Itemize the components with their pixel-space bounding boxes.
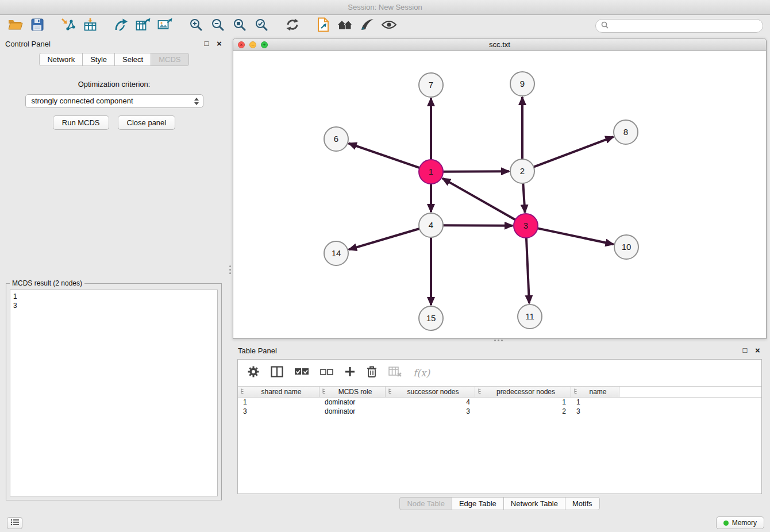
zoom-window-icon[interactable]: + — [261, 41, 268, 48]
result-line: 1 — [13, 292, 214, 301]
table-cell: 1 — [475, 398, 571, 407]
add-column-button[interactable] — [345, 367, 355, 379]
vertical-splitter-handle[interactable] — [229, 265, 231, 267]
node-6[interactable]: 6 — [324, 127, 348, 151]
edge-3-11[interactable] — [526, 238, 529, 303]
node-15[interactable]: 15 — [419, 306, 443, 330]
export-image-button[interactable] — [154, 17, 176, 34]
network-window-title: scc.txt — [489, 40, 510, 49]
unselect-all-button[interactable] — [320, 368, 334, 378]
style-brush-button[interactable] — [356, 17, 378, 34]
window-title: Session: New Session — [348, 3, 422, 11]
column-header-predecessor-nodes[interactable]: predecessor nodes — [475, 387, 571, 397]
export-table-button[interactable] — [132, 17, 154, 34]
edge-2-3[interactable] — [523, 183, 525, 213]
table-cell: dominator — [319, 398, 386, 407]
zoom-in-icon — [189, 18, 203, 34]
eye-icon — [382, 20, 396, 32]
column-header-shared-name[interactable]: shared name — [238, 387, 319, 397]
edge-3-1[interactable] — [442, 178, 515, 219]
table-cell: 1 — [238, 398, 319, 407]
table-row[interactable]: 3dominator323 — [238, 407, 761, 416]
node-label: 6 — [334, 134, 338, 144]
node-label: 9 — [520, 79, 525, 88]
node-11[interactable]: 11 — [518, 304, 542, 329]
zoom-out-button[interactable] — [207, 17, 229, 34]
mcds-result-box: MCDS result (2 nodes) 1 3 — [6, 283, 222, 500]
sort-icon — [322, 388, 328, 396]
float-panel-icon[interactable]: □ — [203, 39, 210, 48]
memory-button[interactable]: Memory — [716, 516, 764, 529]
window-titlebar[interactable]: Session: New Session — [0, 0, 770, 15]
network-canvas[interactable]: 1234678910111415 — [233, 52, 766, 338]
delete-table-button[interactable] — [388, 366, 402, 380]
node-2[interactable]: 2 — [510, 159, 534, 183]
float-table-panel-icon[interactable]: □ — [741, 346, 749, 354]
zoom-selected-button[interactable] — [251, 17, 272, 34]
network-graph[interactable]: 1234678910111415 — [233, 52, 766, 338]
table-cell: 2 — [475, 407, 571, 416]
show-hide-button[interactable] — [378, 17, 400, 34]
edge-1-6[interactable] — [349, 144, 419, 168]
delete-column-button[interactable] — [366, 365, 378, 380]
close-window-icon[interactable]: × — [238, 41, 245, 48]
apply-layout-button[interactable] — [282, 17, 303, 34]
criterion-dropdown[interactable]: strongly connected component — [25, 94, 203, 108]
close-panel-button[interactable]: Close panel — [118, 115, 176, 130]
tab-select[interactable]: Select — [114, 53, 151, 66]
table-cell: 3 — [238, 407, 319, 416]
tab-network[interactable]: Network — [39, 53, 83, 66]
tab-edge-table[interactable]: Edge Table — [452, 497, 504, 510]
save-icon — [31, 18, 44, 33]
zoom-in-button[interactable] — [185, 17, 207, 34]
column-header-MCDS-role[interactable]: MCDS role — [319, 387, 386, 397]
export-network-button[interactable] — [110, 17, 132, 34]
function-builder-button[interactable]: f(x) — [413, 367, 430, 379]
node-9[interactable]: 9 — [510, 72, 534, 96]
node-3[interactable]: 3 — [514, 214, 538, 238]
edge-2-8[interactable] — [534, 137, 614, 167]
node-4[interactable]: 4 — [419, 213, 443, 237]
tab-network-table[interactable]: Network Table — [503, 497, 565, 510]
import-table-button[interactable] — [79, 17, 101, 34]
horizontal-splitter-handle[interactable] — [494, 340, 496, 341]
tab-style[interactable]: Style — [82, 53, 115, 66]
table-row[interactable]: 1dominator411 — [238, 398, 761, 407]
network-window-titlebar[interactable]: × – + scc.txt — [233, 38, 766, 51]
close-panel-icon[interactable]: × — [215, 38, 223, 48]
node-7[interactable]: 7 — [419, 73, 443, 97]
column-header-successor-nodes[interactable]: successor nodes — [386, 387, 475, 397]
search-input[interactable] — [611, 22, 757, 30]
table-panel-title: Table Panel — [238, 346, 277, 355]
import-network-button[interactable] — [57, 17, 79, 34]
edge-3-10[interactable] — [538, 228, 614, 244]
show-columns-button[interactable] — [271, 366, 283, 380]
table-body: 1dominator4113dominator323 — [238, 398, 761, 416]
home-icon — [337, 18, 353, 33]
tab-motifs[interactable]: Motifs — [565, 497, 600, 510]
close-table-panel-icon[interactable]: × — [754, 345, 761, 355]
open-session-button[interactable] — [5, 17, 26, 34]
edge-4-3[interactable] — [443, 225, 513, 226]
node-10[interactable]: 10 — [614, 235, 638, 259]
task-history-button[interactable] — [7, 517, 22, 529]
table-cell: dominator — [319, 407, 386, 416]
zoom-fit-button[interactable] — [229, 17, 251, 34]
minimize-window-icon[interactable]: – — [249, 41, 256, 48]
select-all-button[interactable] — [294, 368, 309, 378]
home-button[interactable] — [334, 17, 356, 34]
save-session-button[interactable] — [26, 17, 48, 34]
mcds-result-list[interactable]: 1 3 — [10, 290, 218, 496]
run-mcds-button[interactable]: Run MCDS — [53, 115, 109, 130]
edge-1-2[interactable] — [443, 171, 509, 172]
edge-4-14[interactable] — [349, 229, 419, 249]
tab-node-table[interactable]: Node Table — [399, 497, 452, 510]
open-document-button[interactable] — [313, 17, 334, 34]
tab-mcds[interactable]: MCDS — [151, 53, 188, 66]
node-14[interactable]: 14 — [324, 241, 348, 265]
column-header-name[interactable]: name — [571, 387, 619, 397]
node-8[interactable]: 8 — [614, 120, 638, 144]
table-settings-button[interactable] — [247, 365, 260, 380]
node-1[interactable]: 1 — [419, 160, 443, 184]
toolbar-search[interactable] — [595, 19, 763, 33]
